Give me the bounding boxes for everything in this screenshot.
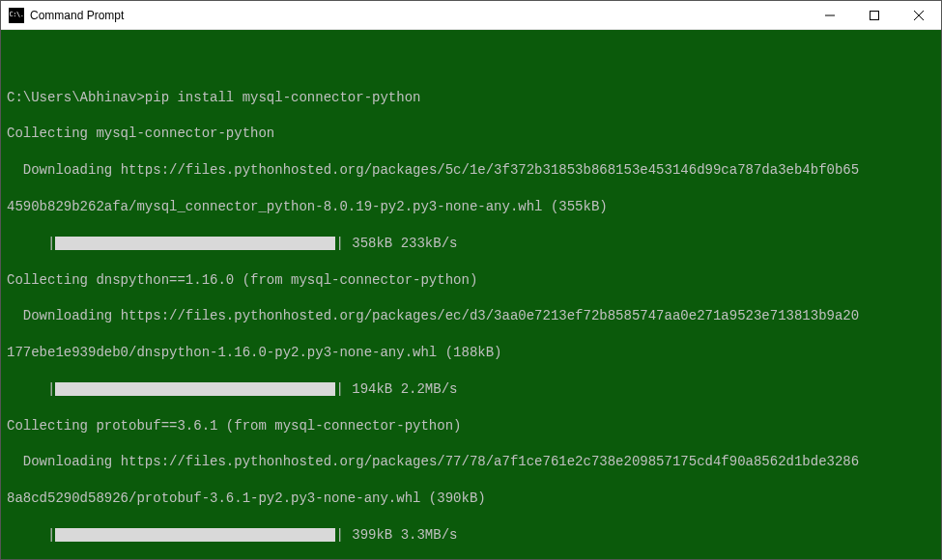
- close-button[interactable]: [897, 1, 941, 30]
- progress-bar: [55, 382, 335, 396]
- output-line: 4590b829b262afa/mysql_connector_python-8…: [7, 198, 935, 216]
- output-line: Downloading https://files.pythonhosted.o…: [7, 307, 935, 325]
- output-line: Collecting dnspython==1.16.0 (from mysql…: [7, 271, 935, 290]
- output-line: 8a8cd5290d58926/protobuf-3.6.1-py2.py3-n…: [7, 490, 935, 508]
- blank-line: [7, 52, 935, 70]
- progress-suffix: | 399kB 3.3MB/s: [335, 526, 457, 545]
- progress-line: || 358kB 233kB/s: [7, 235, 935, 253]
- output-line: Collecting protobuf==3.6.1 (from mysql-c…: [7, 417, 935, 435]
- command-prompt-window: C:\. Command Prompt C:\Users\Abhinav>pip…: [0, 0, 942, 560]
- output-line: 177ebe1e939deb0/dnspython-1.16.0-py2.py3…: [7, 344, 935, 362]
- window-title: Command Prompt: [30, 9, 808, 22]
- progress-bar: [55, 528, 335, 542]
- progress-prefix: |: [7, 380, 55, 399]
- command-text: pip install mysql-connector-python: [145, 90, 421, 105]
- output-line: Downloading https://files.pythonhosted.o…: [7, 453, 935, 471]
- progress-suffix: | 194kB 2.2MB/s: [335, 380, 457, 399]
- cmd-icon: C:\.: [9, 8, 24, 23]
- progress-suffix: | 358kB 233kB/s: [335, 235, 457, 253]
- output-line: Downloading https://files.pythonhosted.o…: [7, 161, 935, 180]
- titlebar[interactable]: C:\. Command Prompt: [1, 1, 941, 30]
- prompt-path: C:\Users\Abhinav>: [7, 90, 145, 105]
- progress-line: || 194kB 2.2MB/s: [7, 380, 935, 399]
- svg-rect-1: [871, 11, 879, 19]
- prompt-line: C:\Users\Abhinav>pip install mysql-conne…: [7, 89, 935, 107]
- progress-bar: [55, 237, 335, 250]
- output-line: Collecting mysql-connector-python: [7, 125, 935, 143]
- terminal-body[interactable]: C:\Users\Abhinav>pip install mysql-conne…: [1, 30, 941, 559]
- cmd-icon-text: C:\.: [10, 12, 24, 18]
- window-controls: [808, 1, 941, 30]
- progress-prefix: |: [7, 235, 55, 253]
- progress-line: || 399kB 3.3MB/s: [7, 526, 935, 545]
- maximize-button[interactable]: [852, 1, 897, 30]
- minimize-button[interactable]: [808, 1, 852, 30]
- progress-prefix: |: [7, 526, 55, 545]
